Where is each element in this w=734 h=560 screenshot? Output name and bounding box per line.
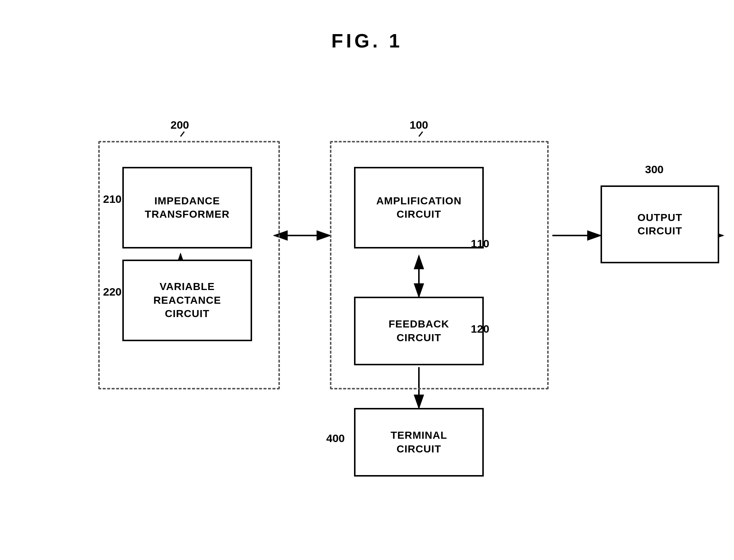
ref-400: 400 — [326, 432, 345, 445]
ref-210: 210 — [103, 193, 122, 205]
diagram-container: FIG. 1 — [0, 0, 734, 560]
ref-100: 100 — [410, 119, 428, 131]
feedback-circuit-box: FEEDBACK CIRCUIT — [354, 297, 484, 365]
terminal-circuit-box: TERMINAL CIRCUIT — [354, 408, 484, 477]
ref-220: 220 — [103, 286, 122, 298]
svg-line-9 — [181, 132, 184, 136]
figure-title: FIG. 1 — [331, 30, 403, 52]
impedance-transformer-box: IMPEDANCE TRANSFORMER — [122, 167, 252, 248]
ref-200: 200 — [171, 119, 189, 131]
variable-reactance-box: VARIABLE REACTANCE CIRCUIT — [122, 260, 252, 341]
ref-300: 300 — [645, 163, 664, 176]
ref-110: 110 — [471, 237, 489, 250]
output-circuit-box: OUTPUT CIRCUIT — [601, 185, 719, 263]
amplification-circuit-box: AMPLIFICATION CIRCUIT — [354, 167, 484, 248]
ref-120: 120 — [471, 323, 489, 335]
svg-line-10 — [419, 132, 423, 136]
